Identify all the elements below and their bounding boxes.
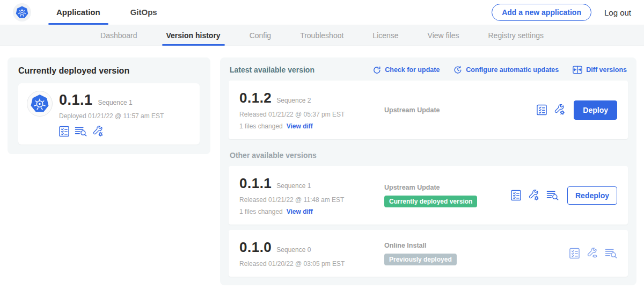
nav-tab-application[interactable]: Application (48, 0, 108, 25)
view-config-icon[interactable] (587, 248, 598, 259)
deploy-logs-icon[interactable] (605, 248, 617, 258)
files-changed-label: 1 files changed (239, 208, 283, 215)
tab-config[interactable]: Config (250, 25, 271, 46)
version-row-icons (537, 104, 565, 116)
diff-icon (573, 66, 582, 74)
action-link-label: Configure automatic updates (466, 66, 559, 74)
files-changed-label: 1 files changed (239, 122, 283, 130)
logout-button[interactable]: Log out (604, 8, 631, 17)
version-number: 0.1.1 (59, 92, 93, 109)
other-versions-title: Other available versions (229, 139, 628, 166)
kubernetes-app-icon (27, 91, 53, 117)
released-timestamp: Released 01/21/22 @ 05:37 pm EST (239, 111, 375, 118)
tab-troubleshoot[interactable]: Troubleshoot (300, 25, 343, 46)
top-nav: Application GitOps Add a new application… (0, 0, 644, 25)
diff-versions-link[interactable]: Diff versions (573, 66, 627, 74)
admin-console: Application GitOps Add a new application… (0, 0, 644, 297)
sequence-label: Sequence 2 (276, 97, 311, 104)
version-source-label: Upstream Update (384, 106, 537, 114)
tab-license[interactable]: License (372, 25, 398, 46)
action-link-label: Check for update (385, 66, 440, 74)
version-number: 0.1.1 (239, 175, 272, 192)
latest-version-header: Latest available version Check for updat… (229, 64, 628, 81)
deploy-logs-icon[interactable] (546, 190, 559, 200)
kubernetes-logo-icon (13, 3, 31, 21)
release-notes-icon[interactable] (537, 104, 547, 116)
top-nav-tabs: Application GitOps (48, 0, 165, 25)
edit-config-icon[interactable] (554, 104, 565, 116)
sequence-label: Sequence 0 (276, 246, 311, 254)
deployed-version-card: 0.1.1 Sequence 1 Deployed 01/21/22 @ 11:… (18, 83, 200, 145)
version-source-label: Upstream Update (384, 184, 511, 191)
deployed-version-details: 0.1.1 Sequence 1 Deployed 01/21/22 @ 11:… (59, 91, 164, 137)
sequence-label: Sequence 1 (98, 99, 133, 106)
released-timestamp: Released 01/21/22 @ 11:48 am EST (239, 196, 375, 204)
redeploy-button[interactable]: Redeploy (567, 186, 617, 205)
release-notes-icon[interactable] (511, 190, 521, 201)
version-number: 0.1.0 (239, 239, 272, 256)
add-application-button[interactable]: Add a new application (492, 4, 591, 21)
version-row-0.1.2: 0.1.2 Sequence 2 Released 01/21/22 @ 05:… (229, 81, 628, 139)
deployed-timestamp: Deployed 01/21/22 @ 11:57 am EST (59, 112, 164, 120)
app-subnav: DashboardVersion historyConfigTroublesho… (0, 25, 644, 46)
latest-version-title: Latest available version (230, 66, 314, 74)
view-diff-link[interactable]: View diff (287, 208, 313, 215)
deploy-button[interactable]: Deploy (574, 100, 617, 120)
refresh-icon (373, 66, 381, 74)
version-row-0.1.0: 0.1.0 Sequence 0 Released 01/20/22 @ 03:… (229, 230, 628, 277)
status-badge: Currently deployed version (384, 196, 477, 207)
version-history-panel: Latest available version Check for updat… (220, 57, 636, 285)
view-diff-link[interactable]: View diff (287, 122, 313, 130)
action-link-label: Diff versions (586, 66, 627, 74)
deployed-version-actions (59, 126, 164, 137)
sequence-label: Sequence 1 (276, 182, 311, 190)
auto-update-icon (453, 66, 462, 74)
top-bar-actions: Add a new application Log out (492, 4, 631, 21)
tab-dashboard[interactable]: Dashboard (100, 25, 137, 46)
tab-version-history[interactable]: Version history (166, 25, 221, 46)
version-row-icons (569, 248, 617, 259)
main-content: Currently deployed version 0.1.1 (0, 46, 644, 297)
tab-registry-settings[interactable]: Registry settings (488, 25, 544, 46)
version-source-label: Online Install (384, 242, 569, 249)
nav-tab-gitops[interactable]: GitOps (122, 0, 165, 25)
released-timestamp: Released 01/20/22 @ 03:05 pm EST (239, 260, 375, 268)
deployed-panel-title: Currently deployed version (18, 66, 200, 76)
version-row-icons (511, 190, 559, 201)
version-number: 0.1.2 (239, 90, 272, 106)
edit-config-icon[interactable] (528, 190, 539, 201)
version-row-0.1.1: 0.1.1 Sequence 1 Released 01/21/22 @ 11:… (229, 166, 628, 225)
release-notes-icon[interactable] (569, 248, 580, 259)
version-actions: Check for updateConfigure automatic upda… (373, 66, 627, 74)
currently-deployed-panel: Currently deployed version 0.1.1 (8, 57, 210, 154)
deploy-logs-icon[interactable] (75, 126, 87, 136)
edit-config-icon[interactable] (92, 126, 104, 137)
check-for-update-link[interactable]: Check for update (373, 66, 440, 74)
status-badge: Previously deployed (384, 254, 457, 265)
configure-automatic-updates-link[interactable]: Configure automatic updates (453, 66, 559, 74)
tab-view-files[interactable]: View files (428, 25, 459, 46)
release-notes-icon[interactable] (59, 126, 69, 137)
